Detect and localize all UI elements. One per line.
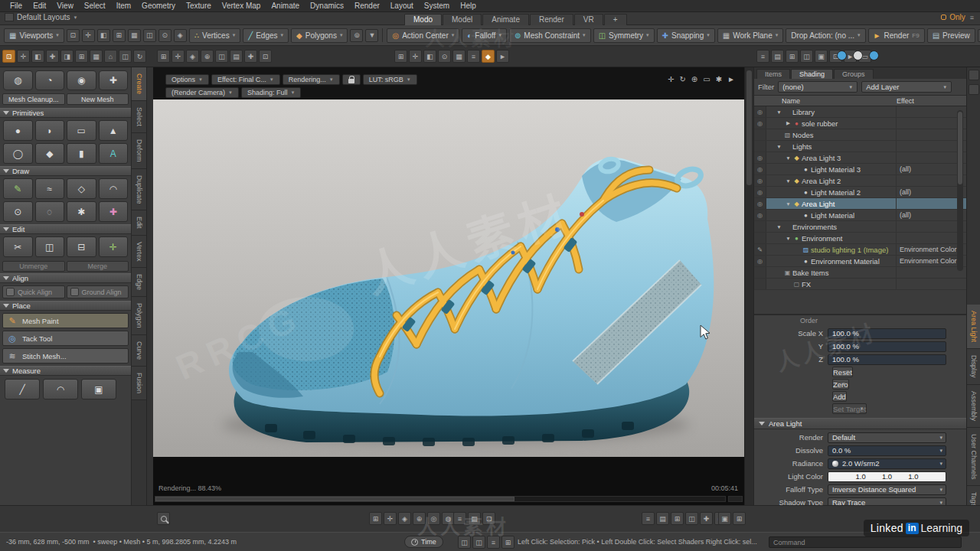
visibility-eye-icon[interactable] — [754, 279, 766, 289]
toolbar-icon[interactable]: ⊙ — [158, 29, 172, 42]
property-value-field[interactable]: Default — [828, 432, 946, 443]
menu-item[interactable]: Layout — [385, 2, 419, 10]
item-name[interactable]: Light Material — [811, 211, 896, 220]
shader-tree-row[interactable]: ▧ Nodes — [754, 129, 966, 141]
lock-button[interactable] — [342, 74, 361, 85]
visibility-eye-icon[interactable]: ◎ — [754, 198, 766, 209]
item-effect[interactable] — [896, 129, 966, 140]
menu-item[interactable]: Item — [111, 2, 136, 10]
panel-tool-icon[interactable]: ◫ — [800, 50, 813, 63]
shader-tree-row[interactable]: ✎ ▨ studio lighting 1 (Image) Environmen… — [754, 244, 966, 256]
viewport-tool-icon[interactable]: ⊡ — [259, 50, 272, 63]
item-effect[interactable] — [896, 175, 966, 186]
draw-tool-icon[interactable]: ◠ — [99, 178, 129, 199]
render-viewport[interactable]: Options▼ Effect: Final C...▼ Rendering..… — [153, 67, 744, 505]
transform-action-button[interactable]: Zero — [832, 379, 849, 390]
tool-icon[interactable]: ✛ — [17, 50, 30, 63]
area-light-section-header[interactable]: Area Light — [754, 418, 966, 429]
item-effect[interactable]: Environment Color▼ — [896, 244, 966, 255]
toolbar-icon[interactable]: ◈ — [174, 29, 187, 42]
shader-tree-row[interactable]: ▼ Environments — [754, 221, 966, 233]
menu-item[interactable]: Edit — [28, 2, 51, 10]
tool-category-tab[interactable]: Deform — [132, 133, 146, 169]
properties-tab[interactable]: Display — [967, 349, 980, 385]
menu-item[interactable]: Dynamics — [305, 2, 349, 10]
toolbar-icon[interactable]: ⊚ — [350, 29, 363, 42]
viewport-tool-icon[interactable]: ◈ — [186, 50, 199, 63]
polygons-mode-button[interactable]: ◆ Polygons▾ — [291, 28, 348, 43]
primitive-tool-icon[interactable]: ● — [3, 120, 33, 141]
tool-icon[interactable]: ⊞ — [75, 50, 88, 63]
viewport-camera-button[interactable]: (Render Camera)▼ — [165, 87, 239, 98]
visibility-eye-icon[interactable]: ◎ — [754, 256, 766, 266]
place-tool-button[interactable]: ✎ Mesh Paint — [2, 313, 129, 328]
align-tool-button[interactable]: Ground Align — [67, 285, 129, 298]
scrollbar-thumb[interactable] — [155, 497, 514, 501]
shader-tree-row[interactable]: ◎ ▼ ◆ Area Light 2 — [754, 175, 966, 187]
expand-caret-icon[interactable]: ▼ — [776, 109, 782, 115]
transform-tool-icon[interactable]: ⊕ — [413, 512, 426, 525]
edit-tool-icon[interactable]: ✂ — [3, 236, 33, 257]
lut-dropdown[interactable]: LUT: sRGB▼ — [363, 74, 417, 85]
item-name[interactable]: Light Material 3 — [811, 165, 896, 174]
measure-tool-icon[interactable]: ╱ — [5, 379, 40, 399]
viewport-camera-button[interactable]: Shading: Full▼ — [241, 87, 302, 98]
layout-preset-label[interactable]: Default Layouts — [17, 13, 70, 21]
edit-tool-icon[interactable]: ⊟ — [67, 236, 96, 257]
toolbar-icon[interactable]: ✛ — [82, 29, 95, 42]
tool-category-tab[interactable]: Edge — [132, 268, 146, 297]
panel-tool-icon[interactable]: ⊞ — [786, 50, 799, 63]
property-value-field[interactable]: 100.0 % — [828, 328, 946, 339]
item-name[interactable]: Lights — [792, 142, 896, 151]
timeline-icon[interactable]: ◫ — [472, 536, 485, 549]
toolbar-icon[interactable]: ◫ — [143, 29, 156, 42]
property-value-field[interactable]: 0.0 % — [828, 445, 946, 456]
render-tool-icon[interactable]: ✛ — [409, 50, 422, 63]
mesh-op-icon[interactable]: ◍ — [3, 70, 33, 90]
scrollbar-thumb[interactable] — [958, 112, 962, 184]
panel-tool-icon[interactable]: ≡ — [756, 50, 769, 63]
command-input[interactable] — [769, 536, 962, 548]
edit-tool-icon[interactable]: ✛ — [99, 236, 129, 257]
draw-tool-icon[interactable]: ◌ — [35, 201, 65, 222]
tool-icon[interactable]: ◫ — [119, 50, 132, 63]
workspace-tab[interactable]: VR — [574, 14, 603, 25]
render-tool-icon[interactable]: ⊞ — [394, 50, 407, 63]
place-tool-button[interactable]: ◎ Tack Tool — [2, 331, 129, 346]
render-tool-icon[interactable]: ► — [496, 50, 509, 63]
toolbar-icon[interactable]: ⊞ — [113, 29, 126, 42]
mesh-op-icon[interactable]: ✚ — [99, 70, 129, 90]
item-name[interactable]: sole rubber — [802, 119, 896, 128]
visibility-eye-icon[interactable]: ◎ — [754, 118, 766, 129]
scrollbar-thumb[interactable] — [746, 70, 752, 185]
menu-overflow-icon[interactable]: ≡ — [970, 14, 974, 21]
expand-caret-icon[interactable]: ▼ — [785, 178, 792, 184]
viewport-nav-icon[interactable]: ⊕ — [691, 75, 697, 83]
corner-tool-icon[interactable]: ▣ — [718, 512, 731, 525]
filter-dropdown[interactable]: (none)▼ — [778, 81, 858, 93]
viewport-tool-icon[interactable]: ◫ — [215, 50, 228, 63]
property-value-field[interactable]: 100.0 % — [828, 354, 946, 365]
search-button[interactable] — [157, 512, 170, 525]
add-layer-dropdown[interactable]: Add Layer▼ — [861, 81, 952, 93]
tool-icon[interactable]: ⌂ — [104, 50, 117, 63]
shader-tree-row[interactable]: ◎ ● Light Material 2 (all)▼ — [754, 187, 966, 198]
menu-item[interactable]: View — [51, 2, 79, 10]
expand-caret-icon[interactable]: ▼ — [785, 201, 792, 207]
shader-tree-row[interactable]: ◎ ● Light Material (all)▼ — [754, 210, 966, 221]
tool-icon[interactable]: ◨ — [60, 50, 74, 63]
tool-category-tab[interactable]: Fusion — [132, 367, 146, 400]
layout-tool-icon[interactable]: ✚ — [700, 512, 713, 525]
section-header-edit[interactable]: Edit — [0, 224, 131, 234]
align-tool-button[interactable]: Quick Align — [2, 285, 65, 298]
item-name[interactable]: Area Light 2 — [802, 177, 896, 185]
snapping-dropdown[interactable]: ✚ Snapping▾ — [657, 28, 715, 43]
menu-item[interactable]: File — [5, 2, 28, 10]
menu-item[interactable]: Texture — [181, 2, 217, 10]
edit-action-button[interactable]: Unmerge — [2, 261, 65, 272]
item-name[interactable]: Light Material 2 — [811, 188, 896, 197]
item-name[interactable]: Bake Items — [792, 269, 896, 277]
menu-item[interactable]: Render — [349, 2, 385, 10]
vertices-mode-button[interactable]: ∴ Vertices▾ — [189, 28, 240, 43]
mesh-constraint-dropdown[interactable]: ⊚ Mesh Constraint▾ — [509, 28, 591, 43]
